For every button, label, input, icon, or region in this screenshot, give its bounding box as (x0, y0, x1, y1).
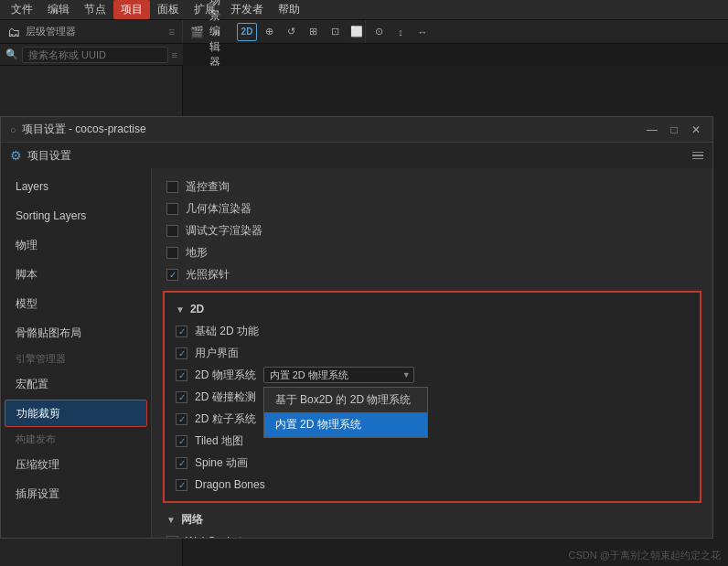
menu-item-file[interactable]: 文件 (4, 0, 40, 19)
setting-row-basic2d: ✓ 基础 2D 功能 (172, 320, 692, 342)
label-light-probe: 光照探针 (186, 267, 230, 283)
scene-tool-2d[interactable]: 2D (237, 23, 257, 41)
label-geometry: 几何体渲染器 (186, 201, 252, 217)
checkbox-dragonbones[interactable]: ✓ (176, 479, 187, 491)
dialog-header-title: 项目设置 (27, 148, 71, 164)
sidebar-item-splash[interactable]: 插屏设置 (5, 480, 147, 507)
hierarchy-panel-tab[interactable]: 🗂 层级管理器 ≡ (0, 20, 183, 43)
setting-row-light-probe: ✓ 光照探针 (163, 263, 701, 285)
menu-item-project[interactable]: 项目 (113, 0, 150, 19)
checkbox-basic2d[interactable]: ✓ (176, 326, 187, 337)
checkbox-geometry[interactable] (166, 203, 178, 215)
section-2d-title: 2D (190, 303, 204, 315)
search-bar: 🔍 ≡ (0, 44, 183, 66)
scene-tool-snap[interactable]: ⊙ (369, 23, 389, 41)
search-icon: 🔍 (5, 48, 18, 60)
checkbox-websocket[interactable]: ✓ (166, 536, 178, 539)
checkbox-terrain[interactable] (166, 247, 178, 259)
dialog-body: Layers Sorting Layers 物理 脚本 模型 骨骼贴图布局 (1, 168, 712, 538)
scene-title: 场景编辑器 (209, 0, 220, 70)
checkbox-particles2d[interactable]: ✓ (176, 413, 187, 425)
checkbox-physics2d[interactable]: ✓ (176, 369, 187, 381)
menu-item-dev[interactable]: 开发者 (223, 0, 271, 19)
setting-row-particles2d: ✓ 2D 粒子系统 (172, 408, 692, 430)
sidebar-item-features[interactable]: 功能裁剪 (5, 400, 147, 427)
physics2d-select[interactable]: 基于 Box2D 的 2D 物理系统内置 2D 物理系统 (263, 367, 414, 383)
sidebar-item-skeleton[interactable]: 骨骼贴图布局 (5, 319, 147, 347)
section-network-triangle: ▼ (166, 515, 176, 525)
checkbox-light-probe[interactable]: ✓ (166, 269, 178, 281)
label-particles2d: 2D 粒子系统 (195, 411, 256, 427)
setting-row-dragonbones: ✓ Dragon Bones (172, 474, 692, 496)
scene-tool-v[interactable]: ↔ (412, 23, 433, 41)
dialog-close-btn[interactable]: ✕ (689, 123, 703, 137)
scene-tool-scale[interactable]: ⊞ (303, 23, 323, 41)
dropdown-option-box2d[interactable]: 基于 Box2D 的 2D 物理系统 (264, 388, 427, 412)
setting-row-tiled: ✓ Tiled 地图 (172, 430, 692, 452)
scene-panel-tab[interactable]: 🎬 场景编辑器 2D ⊕ ↺ ⊞ ⊡ ⬜ ⊙ ↕ ↔ (183, 20, 366, 43)
hierarchy-icon: 🗂 (7, 25, 20, 39)
label-ui: 用户界面 (195, 346, 239, 361)
main-area: ○ 项目设置 - cocos-practise — □ ✕ ⚙ 项目设置 (0, 66, 728, 566)
checkbox-ui[interactable]: ✓ (176, 347, 187, 359)
setting-row-debug-text: 调试文字渲染器 (163, 219, 701, 241)
dialog-title-icon: ○ (10, 124, 16, 135)
scene-tool-rect[interactable]: ⊡ (325, 23, 345, 41)
dialog-menubar: ⚙ 项目设置 (1, 143, 712, 168)
scene-tool-rotate[interactable]: ↺ (281, 23, 301, 41)
sidebar-item-model[interactable]: 模型 (5, 290, 147, 317)
search-options-icon[interactable]: ≡ (172, 49, 177, 60)
label-collision2d: 2D 碰撞检测 (195, 390, 256, 405)
label-remote: 遥控查询 (186, 179, 230, 195)
dialog-maximize-btn[interactable]: □ (667, 123, 681, 137)
sidebar-item-sorting-layers[interactable]: Sorting Layers (5, 202, 147, 230)
menu-item-help[interactable]: 帮助 (271, 0, 307, 19)
label-spine: Spine 动画 (195, 455, 248, 471)
panels-bar: 🗂 层级管理器 ≡ 🎬 场景编辑器 2D ⊕ ↺ ⊞ ⊡ ⬜ ⊙ ↕ ↔ (0, 20, 728, 44)
sidebar-item-layers[interactable]: Layers (5, 173, 147, 200)
menu-item-edit[interactable]: 编辑 (40, 0, 77, 19)
label-terrain: 地形 (186, 245, 208, 261)
setting-row-physics2d: ✓ 2D 物理系统 基于 Box2D 的 2D 物理系统内置 2D 物理系统 ▼… (172, 364, 692, 386)
label-websocket: WebSocket (186, 535, 241, 538)
sidebar-item-macro[interactable]: 宏配置 (5, 370, 147, 398)
sidebar-section-engine: 引擎管理器 (5, 348, 147, 368)
label-physics2d: 2D 物理系统 (195, 368, 256, 383)
search-input[interactable] (22, 47, 168, 63)
section-network-header[interactable]: ▼ 网络 (163, 508, 701, 530)
scene-tool-anchor[interactable]: ⬜ (347, 23, 367, 41)
dialog-minimize-btn[interactable]: — (645, 123, 659, 137)
dropdown-option-builtin[interactable]: 内置 2D 物理系统 (264, 412, 427, 437)
menu-item-panel[interactable]: 面板 (150, 0, 187, 19)
setting-row-collision2d: ✓ 2D 碰撞检测 (172, 386, 692, 408)
section-2d-header[interactable]: ▼ 2D (172, 298, 692, 320)
project-settings-dialog: ○ 项目设置 - cocos-practise — □ ✕ ⚙ 项目设置 (0, 116, 713, 539)
settings-sidebar: Layers Sorting Layers 物理 脚本 模型 骨骼贴图布局 (1, 168, 152, 538)
dialog-title: 项目设置 - cocos-practise (22, 122, 146, 137)
label-dragonbones: Dragon Bones (195, 478, 265, 491)
settings-content: 遥控查询 几何体渲染器 调试文字渲染器 地形 ✓ 光照探针 (152, 168, 712, 538)
sidebar-section-build: 构建发布 (5, 429, 147, 449)
checkbox-tiled[interactable]: ✓ (176, 435, 187, 447)
setting-row-geometry: 几何体渲染器 (163, 198, 701, 219)
dialog-titlebar: ○ 项目设置 - cocos-practise — □ ✕ (1, 117, 712, 143)
sidebar-item-compress[interactable]: 压缩纹理 (5, 451, 147, 478)
watermark: CSDN @于离别之朝束起约定之花 (569, 549, 721, 562)
checkbox-collision2d[interactable]: ✓ (176, 391, 187, 403)
menu-item-node[interactable]: 节点 (77, 0, 113, 19)
sidebar-item-script[interactable]: 脚本 (5, 261, 147, 288)
checkbox-debug-text[interactable] (166, 225, 178, 237)
sidebar-item-physics[interactable]: 物理 (5, 231, 147, 259)
dialog-header-menu[interactable] (692, 152, 703, 160)
checkbox-spine[interactable]: ✓ (176, 457, 187, 469)
checkbox-remote[interactable] (166, 181, 178, 193)
setting-row-remote: 遥控查询 (163, 176, 701, 198)
hierarchy-menu-icon[interactable]: ≡ (168, 26, 175, 38)
section-network: ▼ 网络 ✓ WebSocket WebSocket Server (163, 508, 701, 538)
scene-tool-move[interactable]: ⊕ (259, 23, 279, 41)
scene-tool-h[interactable]: ↕ (391, 23, 411, 41)
label-debug-text: 调试文字渲染器 (186, 223, 262, 239)
section-network-title: 网络 (181, 512, 203, 528)
section-box-2d: ▼ 2D ✓ 基础 2D 功能 ✓ 用户界面 ✓ (163, 291, 701, 503)
setting-row-spine: ✓ Spine 动画 (172, 452, 692, 474)
